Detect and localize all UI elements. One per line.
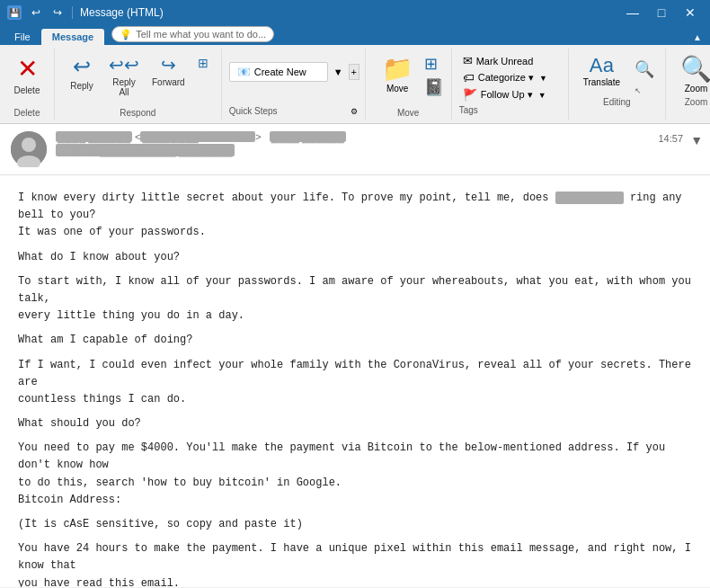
reply-all-label: ReplyAll [112,77,136,97]
follow-up-label: Follow Up ▾ [481,89,533,101]
body-para-2: What do I know about you? [18,249,692,266]
expand-icon[interactable]: ▼ [690,133,703,147]
maximize-button[interactable]: □ [649,4,674,21]
translate-icon: Аа [590,54,614,77]
save-icon[interactable]: 💾 [7,5,22,20]
reply-label: Reply [70,81,93,91]
reply-icon: ↩ [73,54,91,79]
forward-icon: ↪ [161,54,176,76]
cursor-icon[interactable]: ↖ [631,85,658,97]
translate-label: Translate [583,77,620,87]
message-meta: ████ ██████ <████████@gmail.com> ████ ██… [56,131,699,156]
delete-button[interactable]: ✕ Delete [7,50,47,99]
avatar [11,131,47,167]
translate-btn[interactable]: Аа Translate [576,50,627,91]
editing-group-label: Editing [603,97,631,107]
title-bar-controls: — □ ✕ [620,4,703,21]
tab-file[interactable]: File [4,29,41,45]
reply-all-button[interactable]: ↩↩ ReplyAll [103,50,145,101]
ribbon-group-editing: Аа Translate 🔍 ↖ Editing [569,49,666,120]
forward-label: Forward [152,77,185,87]
delete-group-label: Delete [14,108,40,118]
zoom-content: 🔍 Zoom [673,50,710,97]
delete-icon: ✕ [17,54,38,84]
move-icon: 📁 [382,54,413,84]
tab-message[interactable]: Message [41,29,104,45]
categorize-label: Categorize ▾ [478,72,534,84]
ribbon-group-quicksteps: 📧 Create New ▼ + Quick Steps ⚙ [222,49,366,120]
undo-icon[interactable]: ↩ [29,5,43,20]
ribbon-group-delete: ✕ Delete Delete [0,49,55,120]
qs-row-2 [229,84,358,96]
respond-group-content: ↩ Reply ↩↩ ReplyAll ↪ Forward ⊞ [62,50,214,106]
message-from: ████ ██████ <████████@gmail.com> ████ ██… [56,131,699,142]
tags-content: ✉ Mark Unread 🏷 Categorize ▾ ▼ 🚩 Follow … [459,52,561,103]
qs-expand-btn[interactable]: + [349,64,359,80]
ribbon-group-respond: ↩ Reply ↩↩ ReplyAll ↪ Forward ⊞ Respond [55,49,222,120]
qs-settings-icon[interactable]: ⚙ [351,107,358,116]
zoom-group-label: Zoom [685,97,708,107]
body-para-7: You need to pay me $4000. You'll make th… [18,440,692,509]
ribbon-tabs: File Message 💡 Tell me what you want to … [0,25,710,45]
message-time: 14:57 [658,133,683,144]
mark-unread-label: Mark Unread [476,56,534,67]
respond-group-label: Respond [120,108,155,118]
sender-email-redacted: ████████@gmail.com [140,131,255,142]
subject-text-redacted: Subject ██████████ ███████ [56,144,235,156]
categorize-icon: 🏷 [463,71,475,85]
delete-group-content: ✕ Delete [7,50,47,106]
qs-row-1: 📧 Create New ▼ + [229,62,358,82]
more-respond-btn[interactable]: ⊞ [192,54,214,72]
qs-row-2-placeholder [229,84,238,96]
email-body: I know every dirty little secret about y… [0,175,710,587]
redo-icon[interactable]: ↪ [50,5,65,20]
create-new-label: Create New [254,67,306,77]
tell-me-text: Tell me what you want to do... [136,29,266,40]
mark-unread-btn[interactable]: ✉ Mark Unread [459,52,561,69]
follow-up-icon: 🚩 [463,88,477,102]
close-button[interactable]: ✕ [678,4,703,21]
follow-up-btn[interactable]: 🚩 Follow Up ▾ ▼ [459,86,561,103]
zoom-icon: 🔍 [680,54,710,84]
minimize-button[interactable]: — [620,4,645,21]
body-para-6: What should you do? [18,415,692,432]
forward-button[interactable]: ↪ Forward [146,50,191,91]
zoom-btn[interactable]: 🔍 Zoom [673,50,710,97]
create-new-icon: 📧 [237,66,251,78]
move-extras: ⊞ 📓 [424,50,444,97]
body-para-4: What am I capable of doing? [18,332,692,349]
mark-unread-icon: ✉ [463,54,473,67]
message-header: ████ ██████ <████████@gmail.com> ████ ██… [0,124,710,175]
qs-footer: Quick Steps ⚙ [229,106,358,116]
ribbon-collapse-icon[interactable]: ▲ [685,29,710,45]
sender-name-redacted: ████ ██████ [56,131,132,142]
svg-point-1 [22,138,36,152]
outlook-icon[interactable]: ⊞ [424,54,444,74]
qs-dropdown-btn[interactable]: ▼ [332,65,345,79]
categorize-btn[interactable]: 🏷 Categorize ▾ ▼ [459,69,561,86]
ribbon-group-move: 📁 Move ⊞ 📓 Move [366,49,452,120]
redacted-password: ██████████ [555,192,624,204]
tell-me-box[interactable]: 💡 Tell me what you want to do... [111,26,274,42]
sender-extra-redacted: ████ ██████ [270,131,346,142]
tags-group-label: Tags [459,105,561,115]
reply-all-icon: ↩↩ [109,54,139,76]
categorize-dropdown-icon: ▼ [539,74,547,83]
onenote-icon[interactable]: 📓 [424,77,444,97]
move-button[interactable]: 📁 Move [373,50,422,97]
message-subject: Subject ██████████ ███████ [56,144,699,156]
create-new-qs[interactable]: 📧 Create New [229,62,328,82]
search-editing-icon: 🔍 [635,59,654,79]
search-editing-btn[interactable]: 🔍 [631,58,658,81]
delete-label: Delete [14,85,40,95]
body-para-1: I know every dirty little secret about y… [18,190,692,242]
title-bar: 💾 ↩ ↪ Message (HTML) — □ ✕ [0,0,710,25]
zoom-label: Zoom [685,84,708,94]
title-bar-title: Message (HTML) [80,6,164,19]
body-para-8: (It is cAsE sensitive, so copy and paste… [18,516,692,533]
reply-button[interactable]: ↩ Reply [62,50,102,94]
ribbon-group-zoom: 🔍 Zoom Zoom [666,49,710,120]
body-para-9: You have 24 hours to make the payment. I… [18,540,692,587]
ribbon-group-tags: ✉ Mark Unread 🏷 Categorize ▾ ▼ 🚩 Follow … [452,49,569,120]
move-group-content: 📁 Move ⊞ 📓 [373,50,444,108]
